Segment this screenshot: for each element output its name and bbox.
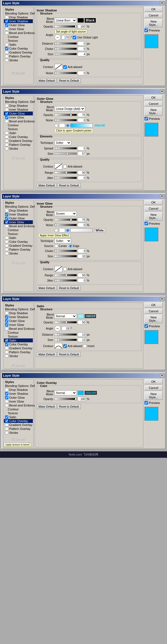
noise-slider-2[interactable] — [55, 119, 77, 121]
noise-input-1[interactable] — [78, 71, 86, 75]
range-input-3[interactable] — [78, 273, 86, 277]
sidebar-item-coloroverlay-1[interactable]: Color Overlay — [4, 47, 33, 50]
ok-button-2[interactable]: OK — [144, 95, 163, 100]
size-input-2[interactable] — [78, 151, 86, 156]
technique-select-3[interactable]: Softer — [55, 238, 71, 243]
opacity-slider-2[interactable] — [55, 114, 77, 116]
preview-checkbox-2[interactable] — [144, 117, 148, 120]
gradient-radio-3[interactable] — [66, 229, 70, 232]
size-input-1[interactable] — [78, 52, 86, 56]
sidebar-item-blending-1[interactable]: Blending Options: Default — [4, 11, 33, 15]
close-button-3[interactable]: ✕ — [160, 194, 164, 198]
sb5-gradientoverlay[interactable]: Gradient Overlay — [4, 423, 33, 427]
cancel-button-1[interactable]: Cancel — [144, 13, 163, 18]
color-swatch-1[interactable] — [78, 18, 84, 23]
opacity-slider-3[interactable] — [55, 219, 77, 221]
sb4-contour[interactable]: Contour — [4, 331, 33, 335]
sb5-innershadow[interactable]: Inner Shadow — [4, 392, 33, 396]
reset-default-btn-1[interactable]: Reset to Default — [57, 78, 81, 83]
contour-preview-2[interactable] — [55, 163, 62, 170]
reset-default-btn-4[interactable]: Reset to Default — [57, 352, 81, 357]
source-edge-3[interactable]: Edge — [69, 244, 79, 248]
new-style-button-1[interactable]: New Style... — [144, 19, 163, 27]
jitter-input-2[interactable] — [78, 176, 86, 180]
opacity-slider-1[interactable] — [55, 25, 77, 28]
anti-aliased-checkbox-4[interactable] — [63, 344, 67, 348]
sb2-dropshadow[interactable]: Drop Shadow — [4, 104, 33, 108]
sb2-texture[interactable]: Texture — [4, 127, 33, 131]
opacity-input-4[interactable] — [78, 320, 86, 325]
sb5-stroke[interactable]: Stroke — [4, 431, 33, 435]
sidebar-item-gradientoverlay-1[interactable]: Gradient Overlay — [4, 50, 33, 54]
jitter-input-3[interactable] — [78, 278, 86, 283]
angle-dial-1[interactable] — [55, 34, 61, 40]
make-default-btn-1[interactable]: Make Default — [37, 78, 57, 83]
sidebar-item-texture-1[interactable]: Texture — [4, 39, 33, 43]
gradient-bar-3[interactable] — [70, 228, 93, 232]
sb4-dropshadow[interactable]: Drop Shadow — [4, 311, 33, 315]
sb2-contour[interactable]: Contour — [4, 123, 33, 127]
opacity-input-2[interactable] — [78, 113, 86, 117]
color-swatch-2[interactable] — [59, 123, 65, 128]
preview-checkbox-3[interactable] — [144, 222, 148, 225]
opacity-slider-5[interactable] — [55, 398, 77, 400]
range-slider-3[interactable] — [55, 274, 77, 276]
blend-mode-select-4[interactable]: Normal — [55, 314, 77, 319]
opacity-slider-4[interactable] — [55, 321, 77, 323]
solid-radio-2[interactable] — [55, 124, 58, 127]
technique-select-2[interactable]: Softer — [55, 140, 71, 145]
distance-input-4[interactable] — [78, 332, 86, 337]
ok-button-5[interactable]: OK — [144, 379, 163, 384]
sb3-outerglow[interactable]: Outer Glow — [4, 216, 33, 220]
noise-slider-1[interactable] — [55, 72, 77, 74]
sb5-texture[interactable]: Texture — [4, 411, 33, 415]
sb2-blending[interactable]: Blending Options: Default — [4, 100, 33, 104]
ok-button-3[interactable]: OK — [144, 200, 163, 205]
sb3-satin[interactable]: Satin — [4, 236, 33, 240]
close-button-2[interactable]: ✕ — [160, 89, 164, 93]
sidebar-item-patternoverlay-1[interactable]: Pattern Overlay — [4, 54, 33, 58]
sb5-satin[interactable]: Satin — [4, 415, 33, 419]
sb2-coloroverlay[interactable]: Color Overlay — [4, 135, 33, 139]
sb3-bevel[interactable]: Bevel and Emboss — [4, 224, 33, 228]
sb4-blending[interactable]: Blending Options: Default — [4, 307, 33, 311]
distance-slider-1[interactable] — [55, 42, 77, 45]
anti-aliased-checkbox-2[interactable] — [63, 165, 67, 168]
invert-checkbox-4[interactable] — [83, 344, 87, 348]
spread-input-2[interactable] — [78, 146, 86, 151]
angle-input-1[interactable] — [62, 35, 70, 40]
cancel-button-4[interactable]: Cancel — [144, 309, 163, 314]
close-button-1[interactable]: ✕ — [160, 1, 164, 5]
sb4-texture[interactable]: Texture — [4, 335, 33, 338]
preview-checkbox-5[interactable] — [144, 401, 148, 405]
anti-aliased-checkbox-1[interactable] — [63, 65, 67, 69]
new-style-button-4[interactable]: New Style... — [144, 315, 163, 323]
size-slider-2[interactable] — [55, 152, 77, 155]
sb4-coloroverlay[interactable]: Color Overlay — [4, 342, 33, 346]
make-default-btn-2[interactable]: Make Default — [37, 183, 57, 188]
jitter-slider-2[interactable] — [55, 177, 77, 179]
sb5-outerglow[interactable]: Outer Glow — [4, 396, 33, 400]
distance-slider-4[interactable] — [55, 333, 77, 336]
sidebar-item-contour-1[interactable]: Contour — [4, 35, 33, 39]
sb3-blending[interactable]: Blending Options: Default — [4, 205, 33, 209]
blend-mode-select-3[interactable]: Screen — [55, 211, 77, 216]
opacity-input-1[interactable] — [78, 24, 86, 29]
sb2-gradientoverlay[interactable]: Gradient Overlay — [4, 139, 33, 143]
choke-input-1[interactable] — [78, 47, 86, 51]
make-default-btn-5[interactable]: Make Default — [37, 404, 57, 409]
color-swatch-4[interactable] — [78, 314, 84, 318]
range-slider-2[interactable] — [55, 171, 77, 174]
sidebar-item-dropshadow-1[interactable]: Drop Shadow — [4, 15, 33, 19]
sb2-innershadow[interactable]: Inner Shadow — [4, 108, 33, 112]
contour-preview-1[interactable] — [55, 64, 62, 70]
sb3-stroke[interactable]: Stroke — [4, 251, 33, 255]
blend-mode-select-5[interactable]: Normal — [55, 390, 77, 395]
make-default-btn-4[interactable]: Make Default — [37, 352, 57, 357]
contour-preview-4[interactable] — [55, 343, 62, 349]
ok-button-4[interactable]: OK — [144, 302, 163, 308]
new-style-button-2[interactable]: New Style... — [144, 107, 163, 116]
sb4-bevel[interactable]: Bevel and Emboss — [4, 327, 33, 331]
color-swatch-5[interactable] — [78, 391, 84, 395]
sidebar-item-outerglow-1[interactable]: Outer Glow — [4, 23, 33, 27]
